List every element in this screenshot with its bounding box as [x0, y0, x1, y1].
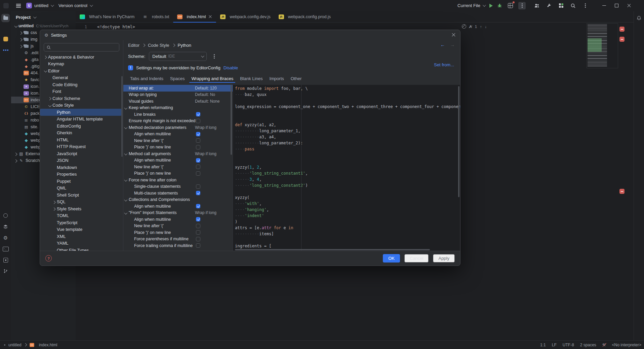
checkbox[interactable]: [196, 217, 200, 221]
settings-nav-item[interactable]: Code Style: [40, 102, 122, 109]
checkbox[interactable]: [196, 119, 200, 123]
settings-nav-item[interactable]: HTTP Request: [40, 143, 122, 150]
notification-icon[interactable]: [619, 37, 625, 42]
settings-nav-item[interactable]: EditorConfig: [40, 123, 122, 130]
code-style-tab[interactable]: Tabs and Indents: [127, 74, 167, 83]
notifications-bell-icon[interactable]: [635, 14, 643, 22]
checkbox[interactable]: [196, 112, 200, 116]
option-row[interactable]: Keep when reformatting: [123, 105, 233, 111]
run-config-selector[interactable]: Current File: [457, 3, 485, 8]
editor-tab[interactable]: robots.txt: [138, 11, 173, 22]
option-row[interactable]: Ensure right margin is not exceeded: [123, 118, 233, 125]
settings-nav-item[interactable]: HTML: [40, 136, 122, 143]
editor-tab[interactable]: webpack.config.prod.js: [275, 11, 335, 22]
option-row[interactable]: "From" Import Statements Wrap if long: [123, 210, 233, 216]
checkbox[interactable]: [196, 224, 200, 228]
version-control-icon[interactable]: [1, 267, 10, 275]
cancel-button[interactable]: Cancel: [404, 254, 429, 263]
settings-nav-item[interactable]: TypeScript: [40, 219, 122, 226]
settings-nav-item[interactable]: Shell Script: [40, 191, 122, 199]
option-row[interactable]: Collections and Comprehensions: [123, 197, 233, 203]
settings-nav-item[interactable]: General: [40, 74, 122, 81]
more-tool-windows-icon[interactable]: [1, 46, 10, 54]
code-style-tab[interactable]: Spaces: [167, 74, 188, 83]
debug-icon[interactable]: [497, 3, 502, 8]
services-icon[interactable]: [1, 222, 10, 231]
settings-nav-item[interactable]: Code Editing: [40, 81, 122, 88]
option-row[interactable]: New line after '(': [123, 137, 233, 144]
interpreter-status[interactable]: <No interpreter>: [612, 343, 641, 347]
settings-nav-item[interactable]: SQL: [40, 199, 122, 206]
maximize-icon[interactable]: [615, 4, 618, 7]
checkbox[interactable]: [196, 171, 200, 176]
settings-nav-item[interactable]: Keymap: [40, 61, 122, 68]
editor-tab[interactable]: index.html: [173, 11, 216, 22]
checkbox[interactable]: [196, 191, 200, 195]
build-disabled-icon[interactable]: ⚒: [602, 343, 606, 347]
settings-nav-item[interactable]: YAML: [40, 240, 122, 247]
dialog-close-icon[interactable]: [452, 33, 456, 37]
status-item[interactable]: LF: [552, 343, 557, 347]
more-icon[interactable]: [581, 2, 589, 9]
settings-nav-item[interactable]: Properties: [40, 171, 122, 178]
minimize-icon[interactable]: [602, 5, 606, 6]
checkbox[interactable]: [196, 138, 200, 143]
search-everywhere-icon[interactable]: [569, 2, 577, 9]
settings-nav-item[interactable]: QML: [40, 185, 122, 192]
settings-nav-item[interactable]: Style Sheets: [40, 205, 122, 212]
scrollbar-thumb[interactable]: [458, 86, 459, 197]
option-row[interactable]: Force new line after colon: [123, 177, 233, 183]
settings-gear-icon[interactable]: ⚙: [1, 234, 10, 242]
status-item[interactable]: UTF-8: [563, 343, 574, 347]
option-row[interactable]: Multi-clause statements: [123, 190, 233, 197]
breadcrumb-item[interactable]: Editor: [128, 43, 139, 48]
settings-nav-item[interactable]: JSON: [40, 157, 122, 164]
breadcrumb-item[interactable]: Code Style: [148, 43, 169, 48]
option-row[interactable]: Place ')' on new line: [123, 170, 233, 177]
settings-nav-item[interactable]: TOML: [40, 212, 122, 219]
option-row[interactable]: Method call arguments Wrap if long: [123, 150, 233, 157]
ok-button[interactable]: OK: [383, 254, 400, 263]
project-tree-item[interactable]: untitled C:\Users\User\Pych: [11, 23, 76, 29]
back-icon[interactable]: ←: [440, 42, 445, 47]
python-console-icon[interactable]: [1, 211, 10, 220]
option-row[interactable]: Hard wrap at: Default: 120: [123, 85, 233, 92]
option-row[interactable]: Place ')' on new line: [123, 229, 233, 236]
forward-icon[interactable]: →: [450, 42, 455, 47]
profiler-icon[interactable]: [507, 2, 514, 9]
dialog-header[interactable]: ⚙ Settings: [40, 30, 460, 40]
editor-tab[interactable]: webpack.config.dev.js: [216, 11, 274, 22]
option-row[interactable]: New line after '(': [123, 223, 233, 230]
checkbox[interactable]: [196, 243, 200, 248]
notification-icon[interactable]: [619, 189, 625, 194]
option-row[interactable]: Method declaration parameters Wrap if lo…: [123, 124, 233, 131]
option-row[interactable]: Line breaks: [123, 111, 233, 118]
option-row[interactable]: Force trailing comma if multiline: [123, 242, 233, 249]
checkbox[interactable]: [196, 132, 200, 136]
option-row[interactable]: Visual guides Default: None: [123, 98, 233, 105]
scrollbar-thumb[interactable]: [121, 76, 123, 157]
settings-nav-item[interactable]: Angular HTML template: [40, 116, 122, 123]
settings-nav-item[interactable]: Color Scheme: [40, 95, 122, 102]
status-breadcrumb-project[interactable]: untitled: [8, 343, 22, 347]
project-tool-icon[interactable]: [1, 14, 10, 22]
status-breadcrumb-file[interactable]: index.html: [39, 343, 57, 347]
option-row[interactable]: Align when multiline: [123, 157, 233, 164]
project-widget[interactable]: U untitled: [26, 3, 53, 8]
highlighting-off-icon[interactable]: [462, 24, 466, 29]
set-from-link[interactable]: Set from...: [434, 62, 454, 67]
code-with-me-icon[interactable]: [533, 2, 540, 9]
option-row[interactable]: Align when multiline: [123, 131, 233, 138]
option-row[interactable]: Wrap on typing Default: No: [123, 92, 233, 98]
checkbox[interactable]: [196, 158, 200, 163]
code-style-tab[interactable]: Imports: [266, 74, 287, 83]
editor-tab[interactable]: What's New in PyCharm: [76, 11, 138, 22]
settings-nav-item[interactable]: XML: [40, 233, 122, 240]
checkbox[interactable]: [196, 145, 200, 149]
main-menu-icon[interactable]: [16, 4, 21, 7]
plugins-icon[interactable]: [557, 2, 565, 9]
settings-nav-item[interactable]: Puppet: [40, 178, 122, 185]
project-panel-header[interactable]: Project: [11, 11, 76, 23]
bookmarks-tool-icon[interactable]: [1, 35, 10, 43]
scheme-dropdown[interactable]: Default IDE: [149, 52, 207, 61]
